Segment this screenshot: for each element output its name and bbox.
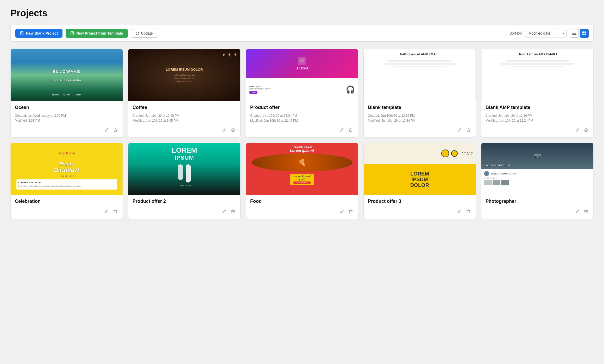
card-product-offer-2[interactable]: LOREM IPSUM LOREM IPSUM Product offer 2 — [128, 143, 241, 219]
card-body: Product offer Created: Jun 10th 20 at 12… — [246, 101, 358, 137]
delete-button[interactable] — [112, 209, 118, 215]
trash-icon — [349, 209, 353, 213]
card-meta: Created: Jun 10th 20 at 12:04 PMModified… — [250, 113, 354, 123]
template-doc-icon — [70, 31, 74, 35]
toolbar-right: Sort by: Modified date Created date Name… — [509, 29, 589, 38]
svg-rect-30 — [467, 129, 470, 132]
card-title: Ocean — [15, 105, 118, 110]
delete-button[interactable] — [112, 127, 118, 134]
trash-icon — [113, 128, 117, 132]
sort-select[interactable]: Modified date Created date Name — [525, 29, 567, 37]
card-thumbnail: LOREM IPSUM LOREM IPSUM — [128, 143, 240, 195]
new-project-from-template-button[interactable]: New Project from Template — [66, 29, 128, 38]
edit-button[interactable] — [103, 127, 110, 134]
card-actions — [250, 126, 354, 135]
edit-icon — [222, 209, 226, 213]
card-body: Photographer — [481, 195, 593, 219]
delete-button[interactable] — [465, 127, 471, 134]
card-product-offer-3[interactable]: LOREM IPSUMDOLOR LOREMIPSUMDOLOR Product… — [363, 143, 476, 219]
card-body: Coffee Created: Jun 10th 20 at 12:40 PMM… — [128, 101, 240, 137]
svg-rect-11 — [582, 31, 584, 33]
toolbar: New Blank Project New Project from Templ… — [10, 25, 594, 42]
card-title: Blank template — [368, 105, 471, 110]
card-celebration[interactable]: 🎉🎊🎈🎊🎉 Happy Birthday! ✦ KASILE LINE ✦ LO… — [10, 143, 123, 219]
card-thumbnail: LOREM IPSUM DOLOR Nulla porttitor massa … — [128, 49, 240, 101]
card-blank-amp-template[interactable]: Hello, I am an AMP EMAIL! Blank AMP temp… — [481, 49, 594, 138]
card-body: Blank AMP template Created: Jun 10th 20 … — [481, 101, 593, 137]
view-buttons — [570, 29, 589, 38]
card-product-offer[interactable]: U UJIDO Lorem ipsumLorem ipsum dolor sit… — [246, 49, 358, 138]
delete-button[interactable] — [465, 209, 471, 215]
delete-button[interactable] — [348, 209, 354, 215]
edit-icon — [104, 128, 109, 132]
trash-icon — [231, 209, 235, 213]
svg-rect-13 — [582, 34, 584, 35]
card-photographer[interactable]: 📷 LOREM IPSUM DOLOR 👤 HELLO MY NAME IS J… — [481, 143, 594, 219]
doc-icon — [20, 31, 24, 35]
edit-button[interactable] — [221, 127, 227, 134]
delete-button[interactable] — [230, 209, 236, 215]
card-thumbnail: U UJIDO Lorem ipsumLorem ipsum dolor sit… — [246, 49, 358, 101]
card-title: Celebration — [15, 199, 118, 204]
edit-button[interactable] — [103, 209, 110, 215]
svg-rect-40 — [114, 210, 117, 213]
svg-rect-55 — [467, 210, 470, 213]
delete-button[interactable] — [230, 127, 236, 134]
trash-icon — [584, 128, 588, 132]
edit-icon — [104, 209, 109, 213]
card-actions — [133, 207, 236, 216]
trash-icon — [466, 128, 470, 132]
svg-rect-25 — [349, 129, 352, 132]
card-body: Product offer 3 — [364, 195, 476, 219]
list-icon — [572, 31, 576, 35]
card-actions — [368, 126, 471, 135]
edit-button[interactable] — [456, 209, 463, 215]
edit-icon — [340, 209, 344, 213]
delete-button[interactable] — [583, 127, 589, 134]
card-thumbnail: Hello, I am an AMP EMAIL! — [364, 49, 476, 101]
card-ocean[interactable]: ELLOWAVE Lorem ipsum dolor NullamNullamN… — [10, 49, 123, 138]
grid-view-button[interactable] — [580, 29, 589, 38]
card-blank-template[interactable]: Hello, I am an AMP EMAIL! Blank template… — [363, 49, 476, 138]
edit-icon — [575, 128, 579, 132]
edit-button[interactable] — [574, 209, 580, 215]
card-coffee[interactable]: LOREM IPSUM DOLOR Nulla porttitor massa … — [128, 49, 241, 138]
trash-icon — [349, 128, 353, 132]
list-view-button[interactable] — [570, 29, 579, 38]
new-blank-project-button[interactable]: New Blank Project — [15, 29, 62, 38]
grid-icon — [582, 31, 586, 35]
update-button[interactable]: Update — [131, 29, 157, 38]
card-body: Celebration — [11, 195, 123, 219]
edit-button[interactable] — [339, 127, 345, 134]
card-food[interactable]: PIZZAN▽LLO Lorem Ipsum! 🍕 Lorem Ipsum! $… — [246, 143, 358, 219]
edit-button[interactable] — [456, 127, 463, 134]
card-meta: Created: last Wednesday at 2:20 PMModifi… — [15, 113, 118, 123]
delete-button[interactable] — [348, 127, 354, 134]
card-body: Food — [246, 195, 358, 219]
refresh-icon — [135, 31, 139, 35]
card-actions — [486, 207, 589, 216]
card-thumbnail: PIZZAN▽LLO Lorem Ipsum! 🍕 Lorem Ipsum! $… — [246, 143, 358, 195]
card-thumbnail: Hello, I am an AMP EMAIL! — [481, 49, 593, 101]
card-title: Blank AMP template — [486, 105, 589, 110]
edit-button[interactable] — [339, 209, 345, 215]
card-actions — [15, 207, 118, 216]
svg-rect-20 — [232, 129, 234, 132]
sort-label: Sort by: — [509, 31, 522, 35]
trash-icon — [466, 209, 470, 213]
edit-icon — [340, 128, 344, 132]
edit-button[interactable] — [574, 127, 580, 134]
delete-button[interactable] — [583, 209, 589, 215]
card-meta: Created: Jun 10th 20 at 12:16 PMModified… — [368, 113, 471, 123]
svg-rect-15 — [114, 129, 117, 132]
project-cards-grid: ELLOWAVE Lorem ipsum dolor NullamNullamN… — [10, 49, 594, 219]
card-actions — [250, 207, 354, 216]
card-title: Product offer 2 — [133, 199, 236, 204]
svg-rect-14 — [584, 34, 586, 35]
trash-icon — [231, 128, 235, 132]
card-title: Photographer — [486, 199, 589, 204]
edit-button[interactable] — [221, 209, 227, 215]
svg-rect-50 — [349, 210, 352, 213]
card-meta: Created: Jun 10th 20 at 12:16 PMModified… — [486, 113, 589, 123]
edit-icon — [457, 128, 462, 132]
